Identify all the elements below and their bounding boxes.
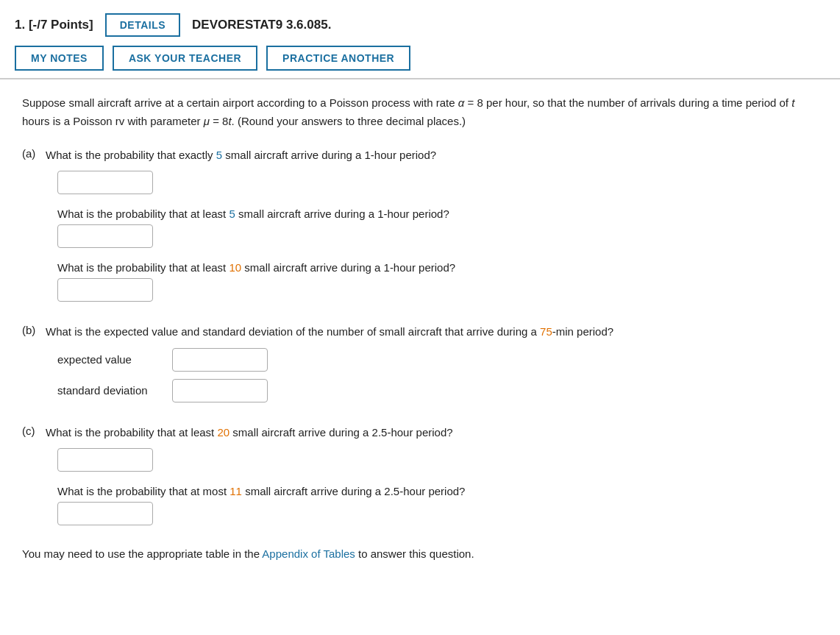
part-b-stddev-label: standard deviation	[57, 384, 160, 397]
intro-text1: Suppose small aircraft arrive at a certa…	[22, 96, 794, 127]
part-a: (a) What is the probability that exactly…	[22, 147, 818, 302]
part-b-expected-input[interactable]	[172, 348, 268, 372]
part-a-question1: What is the probability that exactly 5 s…	[46, 147, 436, 164]
problem-code: DEVORESTAT9 3.6.085.	[192, 18, 331, 32]
footer-text1: You may need to use the appropriate tabl…	[22, 547, 262, 560]
part-c-input1[interactable]	[57, 448, 153, 472]
part-a-input1[interactable]	[57, 171, 153, 194]
top-bar: 1. [-/7 Points] DETAILS DEVORESTAT9 3.6.…	[0, 0, 840, 79]
part-b-question: What is the expected value and standard …	[46, 324, 613, 341]
part-c-question2: What is the probability that at most 11 …	[57, 485, 818, 497]
part-b-expected-label: expected value	[57, 353, 160, 366]
part-c: (c) What is the probability that at leas…	[22, 425, 818, 526]
part-a-question2: What is the probability that at least 5 …	[57, 207, 818, 220]
part-a-input3[interactable]	[57, 278, 153, 302]
part-b-expected-row: expected value	[57, 348, 818, 372]
part-b-header: (b) What is the expected value and stand…	[22, 324, 818, 341]
part-c-answer1-block	[57, 448, 818, 472]
my-notes-button[interactable]: MY NOTES	[15, 46, 104, 71]
part-c-letter: (c)	[22, 425, 40, 437]
part-a-answer2-block: What is the probability that at least 5 …	[57, 207, 818, 248]
part-b-letter: (b)	[22, 324, 40, 336]
footer-text2: to answer this question.	[355, 547, 474, 560]
part-a-question3: What is the probability that at least 10…	[57, 261, 818, 274]
part-c-header: (c) What is the probability that at leas…	[22, 425, 818, 441]
points-label: 1. [-/7 Points]	[15, 18, 93, 32]
ask-teacher-button[interactable]: ASK YOUR TEACHER	[113, 46, 257, 71]
part-a-input2[interactable]	[57, 224, 153, 248]
part-a-num1: 5	[216, 149, 222, 161]
part-b-answers: expected value standard deviation	[57, 348, 818, 402]
part-b: (b) What is the expected value and stand…	[22, 324, 818, 402]
footer-note: You may need to use the appropriate tabl…	[22, 547, 818, 560]
part-c-input2[interactable]	[57, 502, 153, 525]
part-c-question1: What is the probability that at least 20…	[46, 425, 453, 441]
details-button[interactable]: DETAILS	[105, 13, 180, 37]
part-a-letter: (a)	[22, 147, 40, 160]
part-a-answer3-block: What is the probability that at least 10…	[57, 261, 818, 302]
practice-another-button[interactable]: PRACTICE ANOTHER	[266, 46, 410, 71]
part-a-num3: 10	[229, 261, 241, 274]
header-row1: 1. [-/7 Points] DETAILS DEVORESTAT9 3.6.…	[15, 13, 825, 37]
part-a-answer1-block	[57, 171, 818, 194]
part-a-num2: 5	[229, 207, 235, 220]
part-b-stddev-input[interactable]	[172, 379, 268, 402]
part-c-num1: 20	[217, 426, 229, 439]
main-content: Suppose small aircraft arrive at a certa…	[0, 79, 840, 582]
part-b-num: 75	[540, 325, 552, 338]
part-a-header: (a) What is the probability that exactly…	[22, 147, 818, 164]
part-c-answer2-block: What is the probability that at most 11 …	[57, 485, 818, 525]
header-row2: MY NOTES ASK YOUR TEACHER PRACTICE ANOTH…	[15, 46, 825, 71]
part-b-stddev-row: standard deviation	[57, 379, 818, 402]
intro-paragraph: Suppose small aircraft arrive at a certa…	[22, 94, 818, 131]
appendix-link[interactable]: Appendix of Tables	[262, 547, 355, 560]
part-c-num2: 11	[229, 485, 242, 497]
